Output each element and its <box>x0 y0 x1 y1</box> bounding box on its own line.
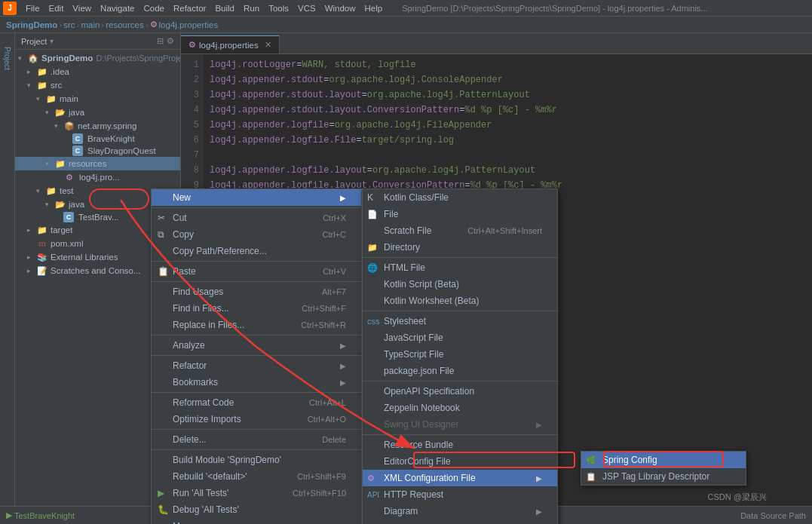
menu-run[interactable]: Run <box>239 2 264 14</box>
menu-help[interactable]: Help <box>360 2 388 14</box>
ctx-delete[interactable]: Delete... Delete <box>152 431 361 448</box>
menu-edit[interactable]: Edit <box>44 2 69 14</box>
ctx-cut[interactable]: ✂ Cut Ctrl+X <box>152 210 361 226</box>
ctx-rebuild[interactable]: Rebuild '<default>' Ctrl+Shift+F9 <box>152 468 361 485</box>
ctx-optimize[interactable]: Optimize Imports Ctrl+Alt+O <box>152 411 361 427</box>
sidebar-header: Project ▾ ⊟ ⚙ <box>15 33 180 50</box>
tree-item-main-java[interactable]: ▾ 📂 java <box>15 106 180 119</box>
breadcrumb-file[interactable]: ⚙ log4j.properties <box>150 20 219 29</box>
new-html[interactable]: 🌐 HTML File <box>363 259 557 276</box>
run-status: ▶ TestBraveKnight <box>6 510 75 520</box>
ctx-build-module[interactable]: Build Module 'SpringDemo' <box>152 452 361 468</box>
settings-icon[interactable]: ⚙ <box>167 36 174 46</box>
watermark: CSDN @梁辰兴 <box>708 492 767 503</box>
new-diagram[interactable]: Diagram ▶ <box>363 503 557 519</box>
new-zeppelin[interactable]: Zeppelin Notebook <box>363 400 557 416</box>
new-file[interactable]: 📄 File <box>363 206 557 222</box>
new-stylesheet[interactable]: css Stylesheet <box>363 313 557 329</box>
ctx-replace-files[interactable]: Replace in Files... Ctrl+Shift+R <box>152 317 361 333</box>
collapse-all-icon[interactable]: ⊟ <box>157 36 164 46</box>
debug-icon-ctx: 🐛 <box>158 504 169 515</box>
expand-arrow: ▾ <box>45 160 54 167</box>
editor-tabs: ⚙ log4j.properties ✕ <box>181 33 812 54</box>
new-directory[interactable]: 📁 Directory <box>363 239 557 256</box>
xml-jsp-tag[interactable]: 📋 JSP Tag Library Descriptor <box>581 468 746 485</box>
ctx-find-files[interactable]: Find in Files... Ctrl+Shift+F <box>152 300 361 317</box>
ctx-run-tests[interactable]: ▶ Run 'All Tests' Ctrl+Shift+F10 <box>152 485 361 501</box>
datasource-label: Data Source Path <box>740 511 806 520</box>
project-icon: 🏠 <box>27 52 39 64</box>
ctx-paste[interactable]: 📋 Paste Ctrl+V <box>152 263 361 280</box>
api-icon: API <box>367 491 379 499</box>
nav-bar: SpringDemo › src › main › resources › ⚙ … <box>0 17 812 33</box>
tree-item-braveknight[interactable]: C BraveKnight <box>15 133 180 145</box>
new-kotlin-class[interactable]: K Kotlin Class/File <box>363 189 557 206</box>
close-tab-icon[interactable]: ✕ <box>265 40 271 50</box>
menu-view[interactable]: View <box>68 2 96 14</box>
code-line-2: log4j.appender.stdout=org.apache.log4j.C… <box>210 72 806 87</box>
code-line-4: log4j.appender.stdout.layout.ConversionP… <box>210 103 806 118</box>
new-kotlin-script[interactable]: Kotlin Script (Beta) <box>363 276 557 293</box>
ctx-new[interactable]: New ▶ <box>152 189 361 206</box>
ctx-analyze[interactable]: Analyze ▶ <box>152 337 361 354</box>
new-editorconfig[interactable]: EditorConfig File <box>363 453 557 470</box>
tree-item-springdemo[interactable]: ▾ 🏠 SpringDemo D:\Projects\SpringProject… <box>15 51 180 65</box>
menu-build[interactable]: Build <box>210 2 239 14</box>
ctx-copy-path[interactable]: Copy Path/Reference... <box>152 243 361 259</box>
separator <box>363 257 557 258</box>
breadcrumb-main[interactable]: main <box>81 20 100 29</box>
xml-icon: ⚙ <box>367 473 375 483</box>
ctx-find-usages[interactable]: Find Usages Alt+F7 <box>152 283 361 300</box>
menu-file[interactable]: File <box>21 2 44 14</box>
project-tab-button[interactable]: Project <box>1 36 14 81</box>
menu-code[interactable]: Code <box>139 2 169 14</box>
menu-vcs[interactable]: VCS <box>293 2 320 14</box>
ctx-bookmarks[interactable]: Bookmarks ▶ <box>152 374 361 391</box>
tree-item-idea[interactable]: ▸ 📁 .idea <box>15 65 180 78</box>
ctx-more[interactable]: More... <box>152 518 361 524</box>
tree-item-src[interactable]: ▾ 📁 src <box>15 78 180 92</box>
new-scratch[interactable]: Scratch File Ctrl+Alt+Shift+Insert <box>363 222 557 239</box>
tree-item-resources[interactable]: ▾ 📁 resources <box>15 157 180 170</box>
separator <box>152 281 361 282</box>
menu-tools[interactable]: Tools <box>264 2 293 14</box>
ctx-copy[interactable]: ⧉ Copy Ctrl+C <box>152 226 361 243</box>
new-javascript[interactable]: JavaScript File <box>363 329 557 346</box>
expand-arrow: ▾ <box>27 81 36 89</box>
new-typescript[interactable]: TypeScript File <box>363 346 557 363</box>
new-openapi[interactable]: OpenAPI Specification <box>363 383 557 400</box>
submenu-arrow: ▶ <box>340 342 346 350</box>
new-xml-config[interactable]: ⚙ XML Configuration File ▶ <box>363 470 557 486</box>
separator <box>363 381 557 382</box>
library-icon: 📚 <box>36 251 48 263</box>
ctx-reformat[interactable]: Reformat Code Ctrl+Alt+L <box>152 394 361 411</box>
tree-item-package[interactable]: ▾ 📦 net.army.spring <box>15 119 180 133</box>
class-icon: C <box>72 133 83 144</box>
menu-navigate[interactable]: Navigate <box>96 2 139 14</box>
tree-item-log4j[interactable]: ⚙ log4j.pro... <box>15 170 180 184</box>
submenu-arrow: ▶ <box>340 378 346 387</box>
tree-item-main[interactable]: ▾ 📁 main <box>15 92 180 106</box>
new-packagejson[interactable]: package.json File <box>363 363 557 379</box>
breadcrumb-project[interactable]: SpringDemo <box>6 20 57 29</box>
new-kotlin-worksheet[interactable]: Kotlin Worksheet (Beta) <box>363 293 557 309</box>
new-datasource-path[interactable]: Data Source in Path <box>363 519 557 524</box>
ctx-debug-tests[interactable]: 🐛 Debug 'All Tests' <box>152 501 361 518</box>
expand-arrow: ▾ <box>45 109 54 116</box>
ctx-refactor[interactable]: Refactor ▶ <box>152 357 361 374</box>
folder-icon: 📁 <box>45 185 57 197</box>
menu-window[interactable]: Window <box>320 2 360 14</box>
chevron-down-icon[interactable]: ▾ <box>50 37 54 45</box>
folder-icon: 📁 <box>36 66 48 78</box>
breadcrumb-resources[interactable]: resources <box>106 20 144 29</box>
new-resource-bundle[interactable]: Resource Bundle <box>363 437 557 453</box>
menu-refactor[interactable]: Refactor <box>169 2 210 14</box>
new-http-request[interactable]: API HTTP Request <box>363 486 557 503</box>
editor-tab-log4j[interactable]: ⚙ log4j.properties ✕ <box>181 35 280 54</box>
submenu-arrow: ▶ <box>536 421 542 429</box>
tree-item-slaydragonquest[interactable]: C SlayDragonQuest <box>15 145 180 157</box>
xml-spring-config[interactable]: 🌿 Spring Config <box>581 452 746 468</box>
menu-bar: J File Edit View Navigate Code Refactor … <box>0 0 812 17</box>
expand-arrow: ▾ <box>45 201 54 208</box>
breadcrumb-src[interactable]: src <box>63 20 75 29</box>
